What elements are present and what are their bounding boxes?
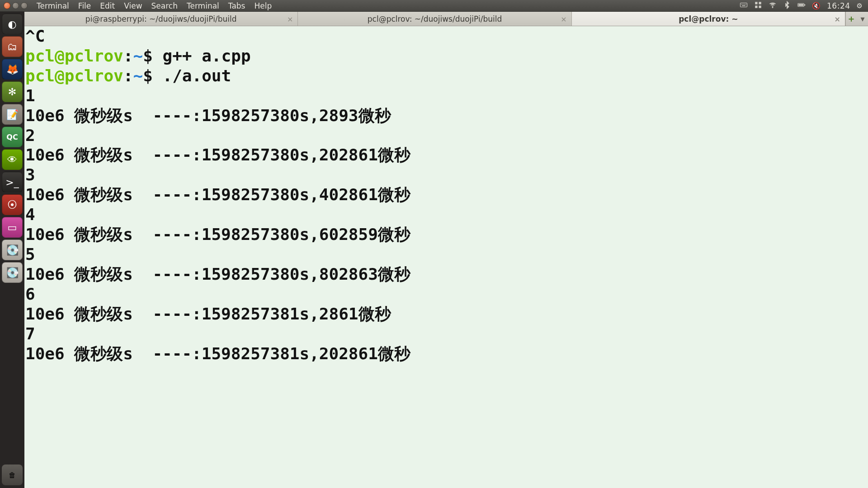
app-green-icon[interactable]: ✻ bbox=[2, 81, 23, 102]
menu-tabs[interactable]: Tabs bbox=[224, 1, 250, 10]
app-pink-icon[interactable]: ▭ bbox=[2, 217, 23, 238]
output-line: 10e6 微秒级s ----:1598257380s,2893微秒 bbox=[25, 106, 391, 125]
svg-rect-12 bbox=[798, 4, 803, 5]
tab-label: pcl@pclrov: ~ bbox=[679, 14, 738, 23]
menu-edit[interactable]: Edit bbox=[95, 1, 119, 10]
svg-rect-5 bbox=[742, 5, 745, 6]
close-icon[interactable]: × bbox=[287, 14, 293, 23]
terminal-tab-0[interactable]: pi@raspberrypi: ~/duojiws/duojiPi/build … bbox=[24, 12, 298, 26]
output-line: 10e6 微秒级s ----:1598257381s,202861微秒 bbox=[25, 344, 410, 363]
menu-view[interactable]: View bbox=[119, 1, 146, 10]
firefox-icon[interactable]: 🦊 bbox=[2, 59, 23, 80]
menu-search[interactable]: Search bbox=[147, 1, 182, 10]
files-icon[interactable]: 🗂 bbox=[2, 36, 23, 57]
menu-terminal[interactable]: Terminal bbox=[182, 1, 224, 10]
svg-rect-3 bbox=[744, 4, 745, 5]
volume-muted-icon[interactable]: 🔇 bbox=[812, 2, 821, 10]
menu-app[interactable]: Terminal bbox=[32, 1, 74, 10]
grid-icon[interactable] bbox=[754, 1, 762, 11]
new-tab-button[interactable]: ＋ bbox=[845, 12, 857, 26]
output-line: 10e6 微秒级s ----:1598257381s,2861微秒 bbox=[25, 305, 391, 323]
cmd-run: ./a.out bbox=[153, 66, 231, 85]
prompt-sep: : bbox=[123, 47, 133, 65]
terminal-tab-1[interactable]: pcl@pclrov: ~/duojiws/duojiPi/build × bbox=[298, 12, 571, 26]
svg-rect-4 bbox=[745, 4, 746, 5]
prompt-path: ~ bbox=[133, 47, 143, 65]
trash-icon[interactable]: 🗑 bbox=[2, 465, 23, 485]
battery-icon[interactable] bbox=[797, 1, 806, 11]
window-controls bbox=[4, 2, 28, 9]
settings-gear-icon[interactable]: ⚙ bbox=[857, 2, 863, 10]
svg-rect-9 bbox=[759, 5, 761, 8]
svg-point-10 bbox=[772, 7, 773, 8]
menu-help[interactable]: Help bbox=[250, 1, 276, 10]
top-menubar: Terminal File Edit View Search Terminal … bbox=[0, 0, 868, 12]
svg-rect-0 bbox=[741, 3, 747, 7]
close-icon[interactable]: × bbox=[835, 14, 840, 23]
output-line: 4 bbox=[25, 205, 35, 224]
prompt-path: ~ bbox=[133, 66, 143, 85]
clock[interactable]: 16:24 bbox=[827, 1, 850, 10]
svg-rect-1 bbox=[741, 4, 742, 5]
terminal-tab-2[interactable]: pcl@pclrov: ~ × bbox=[572, 12, 845, 26]
keyboard-icon[interactable] bbox=[740, 1, 748, 11]
terminal-icon[interactable]: >_ bbox=[2, 172, 23, 192]
output-line: 1 bbox=[25, 86, 35, 105]
cmd-compile: g++ a.cpp bbox=[153, 47, 251, 65]
output-line: 7 bbox=[25, 324, 35, 343]
prompt-sep: : bbox=[123, 66, 133, 85]
output-line: 10e6 微秒级s ----:1598257380s,202861微秒 bbox=[25, 145, 410, 164]
output-line: 6 bbox=[25, 285, 35, 303]
output-line: 10e6 微秒级s ----:1598257380s,602859微秒 bbox=[25, 225, 410, 244]
prompt-user: pcl@pclrov bbox=[25, 47, 123, 65]
svg-rect-2 bbox=[743, 4, 744, 5]
tab-label: pcl@pclrov: ~/duojiws/duojiPi/build bbox=[368, 14, 502, 23]
menubar-menus: Terminal File Edit View Search Terminal … bbox=[32, 1, 276, 10]
disk1-icon[interactable]: 💽 bbox=[2, 239, 23, 260]
output-line: 3 bbox=[25, 165, 35, 184]
output-line: 5 bbox=[25, 245, 35, 263]
wifi-icon[interactable] bbox=[769, 1, 777, 11]
terminal-tabbar: pi@raspberrypi: ~/duojiws/duojiPi/build … bbox=[24, 12, 868, 26]
output-line: 10e6 微秒级s ----:1598257380s,402861微秒 bbox=[25, 185, 410, 204]
app-red-icon[interactable]: ⦿ bbox=[2, 194, 23, 215]
qgroundcontrol-icon[interactable]: QC bbox=[2, 127, 23, 147]
output-line: 2 bbox=[25, 126, 35, 145]
output-line: 10e6 微秒级s ----:1598257380s,802863微秒 bbox=[25, 265, 410, 283]
window-close-button[interactable] bbox=[4, 2, 10, 9]
close-icon[interactable]: × bbox=[561, 14, 566, 23]
nvidia-icon[interactable]: 👁 bbox=[2, 149, 23, 170]
bluetooth-icon[interactable] bbox=[783, 1, 791, 11]
prompt-user: pcl@pclrov bbox=[25, 66, 123, 85]
disk2-icon[interactable]: 💽 bbox=[2, 262, 23, 283]
menu-file[interactable]: File bbox=[74, 1, 95, 10]
prompt-dollar: $ bbox=[143, 47, 153, 65]
window-minimize-button[interactable] bbox=[12, 2, 19, 9]
prompt-dollar: $ bbox=[143, 66, 153, 85]
text-editor-icon[interactable]: 📝 bbox=[2, 104, 23, 125]
svg-rect-13 bbox=[804, 4, 805, 5]
tab-menu-button[interactable]: ▾ bbox=[857, 12, 868, 26]
dash-icon[interactable]: ◐ bbox=[2, 14, 23, 34]
tab-label: pi@raspberrypi: ~/duojiws/duojiPi/build bbox=[85, 14, 237, 23]
system-tray: 🔇 16:24 ⚙ bbox=[734, 0, 868, 11]
ctrl-c-line: ^C bbox=[25, 27, 45, 45]
window-maximize-button[interactable] bbox=[21, 2, 28, 9]
svg-rect-7 bbox=[759, 2, 761, 4]
unity-launcher: ◐ 🗂 🦊 ✻ 📝 QC 👁 >_ ⦿ ▭ 💽 💽 🗑 bbox=[0, 12, 24, 488]
svg-rect-6 bbox=[755, 2, 757, 4]
svg-rect-8 bbox=[755, 5, 757, 8]
terminal-body[interactable]: ^C pcl@pclrov:~$ g++ a.cpp pcl@pclrov:~$… bbox=[24, 26, 868, 488]
